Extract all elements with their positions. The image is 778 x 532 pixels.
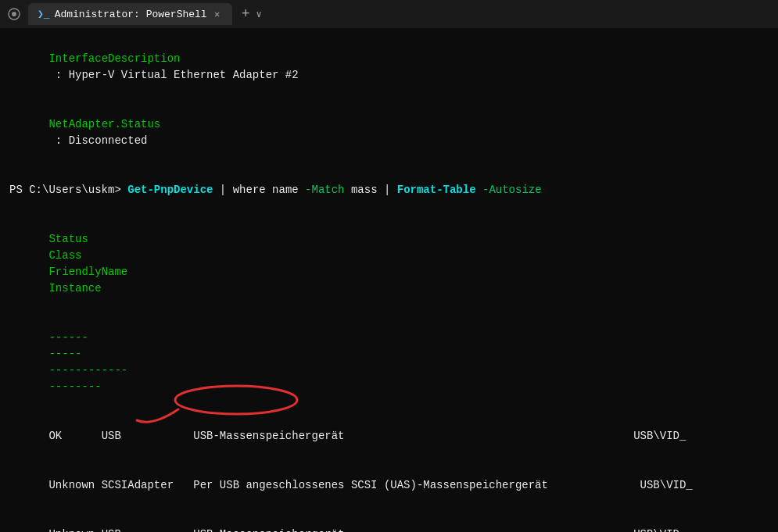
- cmd-keyword2: Format-Table: [397, 182, 476, 198]
- new-tab-button[interactable]: +: [242, 6, 250, 22]
- prop-label: NetAdapter.Status: [48, 118, 180, 130]
- terminal-area: InterfaceDescription : Hyper-V Virtual E…: [0, 28, 778, 532]
- th-status: Status: [48, 233, 101, 245]
- tab-close-button[interactable]: ✕: [212, 9, 223, 20]
- titlebar: ❯_ Administrator: PowerShell ✕ + ∨: [0, 0, 778, 28]
- table-row: OK USB USB-Massenspeichergerät USB\VID_: [9, 412, 769, 461]
- table-dash-row: ------ ----- ------------ --------: [9, 313, 769, 412]
- th-class: Class: [48, 249, 141, 262]
- ps-icon: ❯_: [38, 8, 50, 20]
- dash-class: -----: [48, 348, 141, 360]
- cmd-where: where: [233, 182, 266, 198]
- dash-status: ------: [48, 331, 101, 344]
- tab-title: Administrator: PowerShell: [55, 9, 207, 20]
- prop-value: : Hyper-V Virtual Ethernet Adapter #2: [48, 69, 298, 81]
- ps-prompt: PS C:\Users\uskm>: [9, 182, 127, 198]
- app-window: ❯_ Administrator: PowerShell ✕ + ∨ Inter…: [0, 0, 778, 532]
- row-ok: OK USB USB-Massenspeichergerät USB\VID_: [48, 430, 686, 442]
- terminal-line: InterfaceDescription : Hyper-V Virtual E…: [9, 34, 769, 100]
- cmd-param2: -Autosize: [476, 182, 542, 198]
- cmd-keyword: Get-PnpDevice: [127, 182, 213, 198]
- table-header-row: Status Class FriendlyName Instance: [9, 215, 769, 313]
- row-unk1: Unknown SCSIAdapter Per USB angeschlosse…: [48, 479, 692, 491]
- th-friendlyname: FriendlyName: [48, 266, 489, 278]
- table-row: Unknown SCSIAdapter Per USB angeschlosse…: [9, 461, 769, 510]
- active-tab[interactable]: ❯_ Administrator: PowerShell ✕: [28, 3, 232, 25]
- cmd-text: mass |: [345, 182, 397, 198]
- cmd-text: name: [266, 182, 305, 198]
- cmd-text: |: [213, 182, 232, 198]
- command-line: PS C:\Users\uskm> Get-PnpDevice | where …: [9, 182, 769, 198]
- dash-friendlyname: ------------: [48, 364, 489, 377]
- prop-label: InterfaceDescription: [48, 52, 180, 65]
- table-row: Unknown USB USB-Massenspeichergerät USB\…: [9, 510, 769, 532]
- cmd-param: -Match: [305, 182, 344, 198]
- dash-instance: --------: [48, 380, 101, 393]
- svg-point-1: [12, 12, 16, 16]
- blank-line: [9, 166, 769, 182]
- th-instance: Instance: [48, 282, 101, 295]
- tab-dropdown-button[interactable]: ∨: [256, 9, 262, 20]
- window-icon: [6, 6, 22, 22]
- terminal-line: NetAdapter.Status : Disconnected: [9, 100, 769, 166]
- prop-value: : Disconnected: [48, 134, 147, 147]
- blank-line: [9, 198, 769, 215]
- row-unk2: Unknown USB USB-Massenspeichergerät USB\…: [48, 528, 686, 532]
